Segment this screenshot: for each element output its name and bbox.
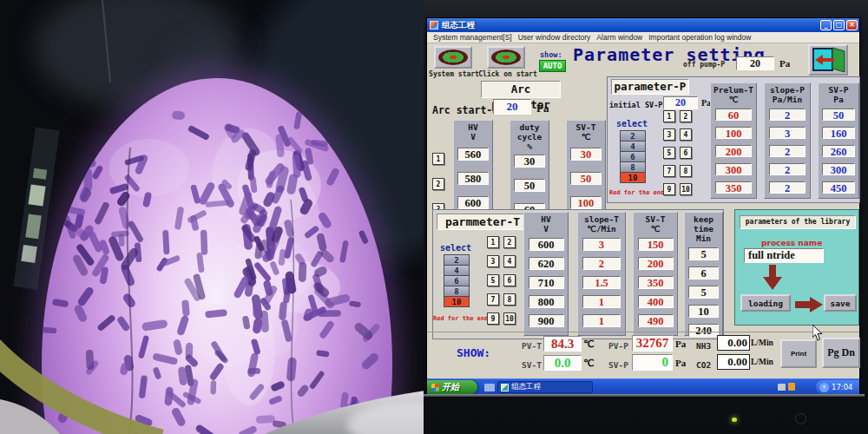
taskbar-item-app[interactable]: 组态工程 — [497, 381, 593, 393]
process-name-field[interactable]: full ntride — [744, 248, 824, 263]
process-name-label: process name — [761, 239, 822, 247]
pt-slope-4[interactable]: 1 — [582, 295, 621, 308]
start-button[interactable]: 开始 — [427, 380, 477, 394]
save-button[interactable]: save — [824, 294, 857, 312]
prelum-1[interactable]: 60 — [715, 108, 753, 121]
tray-shield-icon[interactable] — [788, 383, 795, 391]
pt-slope-2[interactable]: 2 — [582, 257, 621, 270]
arc-hv-2[interactable]: 580 — [457, 172, 489, 185]
arc-row1-button[interactable]: 1 — [432, 153, 444, 165]
sv-p-3[interactable]: 260 — [822, 145, 855, 157]
pt-slope-1[interactable]: 3 — [582, 238, 621, 251]
prelum-3[interactable]: 200 — [715, 145, 753, 157]
pt-svt-3[interactable]: 350 — [638, 276, 674, 289]
pp-pad-6[interactable]: 6 — [680, 147, 692, 159]
pt-svt-4[interactable]: 400 — [638, 295, 674, 308]
pt-pad-6[interactable]: 6 — [503, 274, 516, 286]
pt-svt-5[interactable]: 490 — [638, 314, 674, 327]
close-button[interactable]: × — [846, 20, 858, 30]
pt-hv-5[interactable]: 900 — [529, 314, 564, 327]
pt-pad-4[interactable]: 4 — [503, 255, 516, 267]
slope-p-1[interactable]: 2 — [769, 108, 806, 121]
tray-icon-1[interactable] — [778, 384, 786, 391]
off-pump-field[interactable]: 20 — [736, 56, 774, 70]
quick-launch-icon[interactable] — [484, 384, 495, 391]
menu-system-management[interactable]: System management[S] — [433, 33, 512, 42]
pt-pad-7[interactable]: 7 — [487, 293, 499, 306]
auto-mode-indicator[interactable]: AUTO — [539, 60, 566, 72]
arc-row2-button[interactable]: 2 — [432, 178, 444, 190]
arc-svt-1[interactable]: 30 — [570, 148, 602, 161]
pt-pad-5[interactable]: 5 — [487, 274, 499, 286]
pt-keep-1[interactable]: 5 — [688, 247, 719, 260]
page-down-button[interactable]: Pg Dn — [822, 338, 860, 368]
app-icon — [430, 21, 438, 30]
click-on-start-button[interactable] — [487, 46, 525, 69]
arc-start-field[interactable]: 20 — [493, 99, 531, 115]
screenshot-stage: 组态工程 _ □ × System management[S] User win… — [0, 0, 868, 434]
pt-pad-8[interactable]: 8 — [503, 293, 516, 306]
loading-button[interactable]: loading — [740, 294, 791, 312]
sv-p-5[interactable]: 450 — [822, 181, 855, 194]
menu-alarm-window[interactable]: Alarm window — [596, 33, 642, 42]
pt-keep-column: keep timeMin 5 6 5 10 240 — [684, 212, 723, 336]
pp-pad-10[interactable]: 10 — [680, 183, 692, 195]
arc-svt-2[interactable]: 50 — [570, 172, 602, 185]
slope-p-5[interactable]: 2 — [769, 181, 806, 194]
pt-svt-1[interactable]: 150 — [638, 238, 674, 251]
pp-pad-1[interactable]: 1 — [663, 110, 675, 122]
power-button[interactable] — [795, 413, 806, 424]
pt-keep-5[interactable]: 240 — [688, 324, 719, 337]
slope-p-4[interactable]: 2 — [769, 163, 806, 175]
pp-pad-9[interactable]: 9 — [663, 183, 675, 195]
exit-button[interactable] — [808, 44, 848, 76]
pt-slope-3[interactable]: 1.5 — [582, 276, 621, 289]
pt-hv-4[interactable]: 800 — [529, 295, 564, 308]
initial-svp-field[interactable]: 20 — [663, 96, 698, 109]
pt-hv-2[interactable]: 620 — [529, 257, 564, 270]
pt-pad-9[interactable]: 9 — [487, 312, 499, 325]
pp-pad-4[interactable]: 4 — [680, 128, 692, 141]
system-start-button[interactable] — [434, 46, 472, 69]
slope-p-3[interactable]: 2 — [769, 145, 806, 157]
pt-pad-2[interactable]: 2 — [503, 236, 516, 248]
slope-p-2[interactable]: 3 — [769, 127, 806, 139]
arc-duty-1[interactable]: 30 — [514, 155, 545, 168]
pt-select-10[interactable]: 10 — [444, 296, 470, 307]
arc-hv-3[interactable]: 600 — [457, 196, 489, 209]
menu-user-window-directory[interactable]: User window directory — [518, 33, 591, 42]
pt-hv-1[interactable]: 600 — [529, 238, 564, 251]
pt-pad-10[interactable]: 10 — [503, 312, 516, 325]
arc-svt-3[interactable]: 100 — [570, 196, 602, 209]
sv-p-1[interactable]: 50 — [822, 108, 855, 121]
maximize-button[interactable]: □ — [833, 20, 845, 30]
pt-slope-5[interactable]: 1 — [582, 314, 621, 327]
pt-hv-3[interactable]: 710 — [529, 276, 564, 289]
pp-pad-8[interactable]: 8 — [680, 165, 692, 177]
arc-hv-1[interactable]: 560 — [457, 148, 489, 161]
sv-p-2[interactable]: 160 — [822, 127, 855, 139]
pt-keep-2[interactable]: 6 — [688, 266, 719, 279]
prelum-2[interactable]: 100 — [715, 127, 753, 139]
pp-select-10[interactable]: 10 — [620, 172, 646, 183]
pp-pad-3[interactable]: 3 — [663, 128, 675, 141]
pt-keep-4[interactable]: 10 — [688, 305, 719, 318]
pp-pad-5[interactable]: 5 — [663, 147, 675, 159]
pt-pad-3[interactable]: 3 — [487, 255, 499, 267]
menu-operation-log[interactable]: Important operation log window — [648, 33, 751, 42]
pt-pad-1[interactable]: 1 — [487, 236, 499, 248]
pt-step-pads: 1 2 3 4 5 6 7 8 9 10 — [487, 236, 516, 325]
minimize-button[interactable]: _ — [820, 20, 832, 30]
tray-chevron-icon[interactable]: ‹ — [819, 383, 829, 392]
prelum-4[interactable]: 300 — [715, 163, 753, 175]
pt-svt-2[interactable]: 200 — [638, 257, 674, 270]
arc-duty-2[interactable]: 50 — [514, 179, 545, 192]
pp-pad-2[interactable]: 2 — [680, 110, 692, 122]
sv-p-4[interactable]: 300 — [822, 163, 855, 175]
window-titlebar: 组态工程 _ □ × — [427, 18, 859, 32]
pp-pad-7[interactable]: 7 — [663, 165, 675, 177]
print-button[interactable]: Print — [780, 339, 817, 368]
prelum-5[interactable]: 350 — [715, 181, 753, 194]
pv-p-label: PV-P — [608, 341, 628, 351]
pt-keep-3[interactable]: 5 — [688, 286, 719, 299]
